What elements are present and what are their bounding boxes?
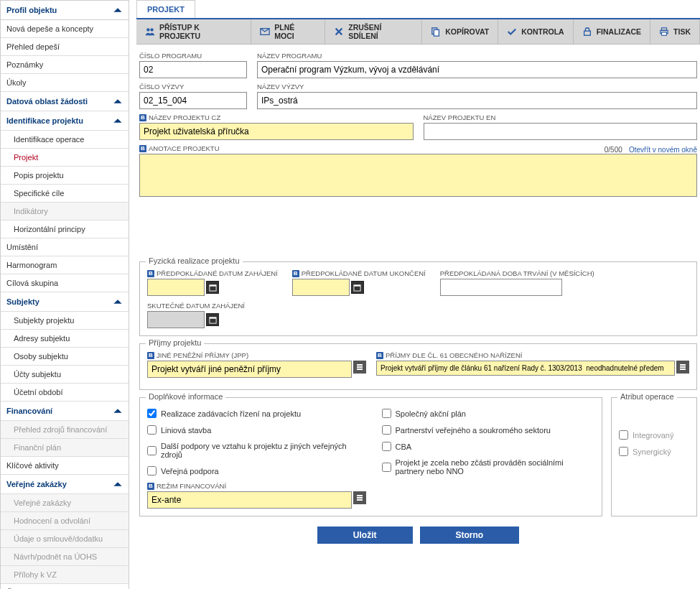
sidebar-item[interactable]: Úkoly bbox=[1, 74, 129, 92]
input-nazev-programu[interactable] bbox=[257, 61, 697, 78]
legend: Doplňkové informace bbox=[146, 392, 225, 401]
sidebar-header-subjekty[interactable]: Subjekty bbox=[1, 292, 129, 312]
dropdown-icon[interactable] bbox=[353, 491, 366, 504]
toolbar-tisk[interactable]: TISK bbox=[650, 19, 700, 44]
toolbar-kontrola[interactable]: KONTROLA bbox=[498, 19, 574, 44]
sidebar-item[interactable]: Horizontální principy bbox=[1, 221, 129, 238]
sidebar-item[interactable]: Přehled depeší bbox=[1, 38, 129, 56]
toolbar: PŘÍSTUP K PROJEKTU PLNÉ MOCI ZRUŠENÍ SDÍ… bbox=[136, 19, 700, 45]
print-icon bbox=[659, 27, 669, 37]
sidebar-item[interactable]: Subjekty projektu bbox=[1, 312, 129, 330]
input-nazev-cz[interactable] bbox=[139, 123, 414, 140]
dropdown-icon[interactable] bbox=[676, 361, 689, 374]
textarea-anotace[interactable] bbox=[139, 154, 697, 197]
cancel-button[interactable]: Storno bbox=[420, 527, 520, 544]
checkbox-partnerstvi[interactable] bbox=[382, 425, 391, 435]
toolbar-zruseni[interactable]: ZRUŠENÍ SDÍLENÍ bbox=[325, 19, 422, 44]
sidebar-header-fin[interactable]: Financování bbox=[1, 402, 129, 421]
sidebar-item[interactable]: Nová depeše a koncepty bbox=[1, 20, 129, 38]
sidebar-item[interactable]: Účetní období bbox=[1, 384, 129, 402]
checkbox-synergicky[interactable] bbox=[619, 447, 628, 456]
checkbox-label: Liniová stavba bbox=[161, 426, 211, 435]
input-pred-zahajeni[interactable] bbox=[147, 279, 205, 296]
checkbox-liniova[interactable] bbox=[147, 425, 157, 435]
toolbar-plne[interactable]: PLNÉ MOCI bbox=[251, 19, 325, 44]
toolbar-label: KONTROLA bbox=[521, 27, 564, 36]
chevron-up-icon bbox=[113, 5, 123, 15]
sidebar-item[interactable]: Osoby subjektu bbox=[1, 348, 129, 366]
input-skut-zahajeni[interactable] bbox=[147, 311, 205, 328]
toolbar-kopirovat[interactable]: KOPÍROVAT bbox=[422, 19, 498, 44]
fieldset-atribut: Atribut operace Integrovaný Synergický bbox=[611, 397, 697, 516]
lock-icon bbox=[582, 27, 592, 37]
sidebar-item[interactable]: Adresy subjektu bbox=[1, 330, 129, 348]
sidebar-header-label: Subjekty bbox=[6, 297, 39, 306]
sidebar-header-ident[interactable]: Identifikace projektu bbox=[1, 111, 129, 131]
sidebar-item[interactable]: Přehled zdrojů financování bbox=[1, 421, 129, 439]
input-pred-ukonceni[interactable] bbox=[292, 279, 350, 296]
sidebar-item[interactable]: Indikátory bbox=[1, 203, 129, 221]
input-doba[interactable] bbox=[440, 279, 562, 296]
input-rezim[interactable] bbox=[147, 491, 352, 509]
checkbox-label: CBA bbox=[396, 442, 412, 451]
label-doba: PŘEDPOKLÁDANÁ DOBA TRVÁNÍ (V MĚSÍCÍCH) bbox=[440, 269, 594, 277]
svg-rect-20 bbox=[680, 368, 686, 370]
legend: Fyzická realizace projektu bbox=[146, 256, 243, 265]
input-cl61[interactable] bbox=[376, 361, 675, 376]
sidebar-item[interactable]: Veřejné zakázky bbox=[1, 494, 129, 512]
sidebar-header-datova[interactable]: Datová oblast žádosti bbox=[1, 92, 129, 111]
svg-rect-5 bbox=[584, 31, 590, 35]
sidebar-item[interactable]: Klíčové aktivity bbox=[1, 457, 129, 475]
sidebar-item[interactable]: Poznámky bbox=[1, 56, 129, 74]
fieldset-doplnkove: Doplňkové informace Realizace zadávacích… bbox=[139, 397, 602, 516]
toolbar-finalizace[interactable]: FINALIZACE bbox=[574, 19, 650, 44]
sidebar-item[interactable]: Cílová skupina bbox=[1, 274, 129, 292]
sidebar-item[interactable]: Účty subjektu bbox=[1, 366, 129, 384]
dropdown-icon[interactable] bbox=[353, 361, 366, 374]
svg-rect-10 bbox=[209, 284, 215, 286]
save-button[interactable]: Uložit bbox=[317, 527, 413, 544]
input-jpp[interactable] bbox=[147, 361, 352, 378]
sidebar-item[interactable]: Specifické cíle bbox=[1, 185, 129, 203]
sidebar-item[interactable]: Harmonogram bbox=[1, 256, 129, 274]
checkbox-dalsi[interactable] bbox=[147, 446, 157, 455]
label-anotace: BANOTACE PROJEKTU bbox=[139, 144, 220, 152]
svg-rect-4 bbox=[434, 29, 439, 36]
calendar-icon[interactable] bbox=[206, 313, 219, 326]
input-cislo-programu[interactable] bbox=[139, 61, 247, 78]
input-cislo-vyzvy[interactable] bbox=[139, 92, 247, 109]
calendar-icon[interactable] bbox=[206, 281, 219, 294]
checkbox-integrovany[interactable] bbox=[619, 430, 628, 440]
toolbar-pristup[interactable]: PŘÍSTUP K PROJEKTU bbox=[136, 19, 251, 44]
sidebar-item[interactable]: Hodnocení a odvolání bbox=[1, 512, 129, 530]
sidebar-item[interactable]: Finanční plán bbox=[1, 439, 129, 457]
sidebar-item[interactable]: Návrh/podnět na ÚOHS bbox=[1, 548, 129, 566]
checkbox-spolecny[interactable] bbox=[382, 409, 391, 418]
sidebar-item-projekt[interactable]: Projekt bbox=[1, 149, 129, 167]
sidebar-item[interactable]: Údaje o smlouvě/dodatku bbox=[1, 530, 129, 548]
calendar-icon[interactable] bbox=[351, 281, 364, 294]
checkbox-cba[interactable] bbox=[382, 442, 391, 451]
sidebar-header-label: Financování bbox=[6, 407, 52, 415]
label-cislo-vyzvy: ČÍSLO VÝZVY bbox=[139, 83, 247, 91]
svg-rect-19 bbox=[680, 366, 686, 368]
input-nazev-vyzvy[interactable] bbox=[257, 92, 697, 109]
input-nazev-en[interactable] bbox=[424, 123, 698, 140]
checkbox-verejna[interactable] bbox=[147, 466, 157, 476]
checkbox-realizace[interactable] bbox=[147, 409, 157, 418]
open-new-window-link[interactable]: Otevřít v novém okně bbox=[629, 146, 697, 154]
sidebar-header-profil[interactable]: Profil objektu bbox=[1, 1, 129, 20]
required-icon: B bbox=[147, 270, 154, 277]
chevron-up-icon bbox=[113, 406, 123, 416]
sidebar-header-zakazky[interactable]: Veřejné zakázky bbox=[1, 475, 129, 494]
svg-rect-14 bbox=[209, 317, 215, 318]
sidebar-item[interactable]: Identifikace operace bbox=[1, 131, 129, 149]
chevron-up-icon bbox=[113, 297, 123, 307]
sidebar-item[interactable]: Umístění bbox=[1, 238, 129, 256]
sidebar-item[interactable]: Čestná prohlášení bbox=[1, 584, 129, 589]
sidebar-item[interactable]: Popis projektu bbox=[1, 167, 129, 185]
checkbox-nno[interactable] bbox=[382, 463, 391, 472]
tab-projekt[interactable]: PROJEKT bbox=[136, 0, 195, 18]
sidebar-item[interactable]: Přílohy k VZ bbox=[1, 566, 129, 584]
svg-rect-12 bbox=[354, 284, 360, 286]
